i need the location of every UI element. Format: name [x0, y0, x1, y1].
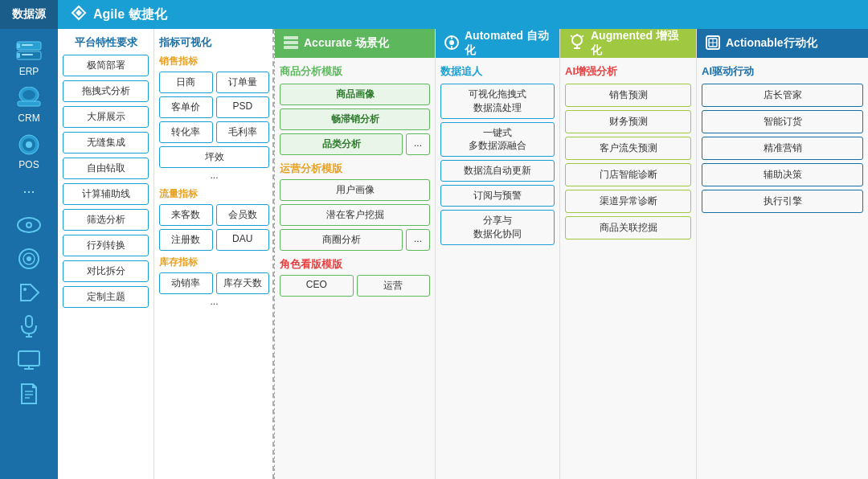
mic-icon [14, 313, 43, 339]
role-ops[interactable]: 运营 [357, 275, 431, 297]
svg-rect-8 [18, 101, 40, 106]
action-item-4[interactable]: 辅助决策 [702, 163, 863, 186]
feature-item-3[interactable]: 大屏展示 [63, 106, 149, 128]
aug-item-6[interactable]: 商品关联挖掘 [565, 216, 691, 240]
augmented-content: AI增强分析 销售预测 财务预测 客户流失预测 门店智能诊断 渠道异常诊断 商品… [560, 58, 696, 479]
erp-icon [14, 39, 43, 64]
feature-item-7[interactable]: 筛选分析 [63, 209, 149, 231]
aug-item-5[interactable]: 渠道异常诊断 [565, 190, 691, 213]
ops-item-potential[interactable]: 潜在客户挖掘 [280, 204, 430, 226]
sidebar-title: 数据源 [0, 0, 58, 29]
panel-augmented: Augmented 增强化 AI增强分析 销售预测 财务预测 客户流失预测 门店… [560, 29, 697, 479]
aug-item-2[interactable]: 财务预测 [565, 110, 691, 133]
sidebar-item-crm[interactable]: CRM [14, 85, 43, 124]
goods-item-sales[interactable]: 畅滞销分析 [280, 108, 430, 130]
ops-item-business[interactable]: 商圈分析 [280, 229, 403, 251]
sidebar-item-doc[interactable] [14, 381, 43, 407]
action-item-5[interactable]: 执行引擎 [702, 190, 863, 213]
metric-daily[interactable]: 日商 [159, 72, 213, 93]
metric-conversion[interactable]: 转化率 [159, 121, 213, 143]
role-items: CEO 运营 [280, 275, 430, 297]
svg-point-14 [27, 223, 31, 227]
sidebar-item-tag[interactable] [14, 280, 43, 305]
sidebar-items: ERP CRM [14, 29, 43, 479]
svg-point-18 [23, 288, 27, 291]
panel-platform-features: 平台特性要求 极简部署 拖拽式分析 大屏展示 无缝集成 自由钻取 计算辅助线 筛… [58, 29, 154, 479]
auto-item-2[interactable]: 一键式 多数据源融合 [440, 122, 555, 158]
actionable-title: Actionable行动化 [726, 36, 817, 51]
svg-rect-32 [284, 46, 298, 49]
ops-extra[interactable]: ... [406, 229, 430, 251]
svg-rect-22 [18, 351, 39, 366]
auto-item-1[interactable]: 可视化拖拽式 数据流处理 [440, 84, 555, 119]
automated-content: 数据追人 可视化拖拽式 数据流处理 一键式 多数据源融合 数据流自动更新 订阅与… [436, 58, 559, 479]
goods-analysis-title: 商品分析模版 [280, 64, 430, 79]
sidebar-item-erp[interactable]: ERP [14, 39, 43, 77]
auto-item-3[interactable]: 数据流自动更新 [440, 160, 555, 182]
goods-item-category[interactable]: 品类分析 [280, 133, 403, 155]
metric-gross[interactable]: 毛利率 [216, 121, 270, 143]
ops-row: 商圈分析 ... [280, 229, 430, 251]
actionable-icon [705, 35, 721, 53]
sidebar-item-more[interactable]: ··· [14, 178, 43, 204]
svg-rect-5 [22, 54, 33, 55]
aug-item-3[interactable]: 客户流失预测 [565, 137, 691, 160]
aug-item-1[interactable]: 销售预测 [565, 84, 691, 107]
svg-rect-31 [284, 41, 298, 44]
ai-action-title: AI驱动行动 [702, 64, 863, 79]
feature-item-5[interactable]: 自由钻取 [63, 158, 149, 179]
feature-item-2[interactable]: 拖拽式分析 [63, 80, 149, 102]
metric-pingxiao[interactable]: 坪效 [159, 146, 269, 168]
sidebar-item-pos[interactable]: POS [14, 132, 43, 170]
role-ceo[interactable]: CEO [280, 275, 354, 297]
actionable-header: Actionable行动化 [697, 29, 868, 58]
ops-item-user[interactable]: 用户画像 [280, 179, 430, 201]
feature-item-1[interactable]: 极简部署 [63, 55, 149, 76]
metric-turnover[interactable]: 动销率 [159, 272, 213, 294]
inv-dots: ... [159, 294, 269, 309]
agile-icon [71, 5, 87, 25]
svg-line-42 [582, 35, 583, 37]
panel-automated: Automated 自动化 数据追人 可视化拖拽式 数据流处理 一键式 多数据源… [436, 29, 560, 479]
svg-rect-30 [284, 36, 298, 39]
action-item-3[interactable]: 精准营销 [702, 137, 863, 160]
metric-inv-days[interactable]: 库存天数 [216, 272, 270, 294]
sidebar-item-monitor[interactable] [14, 347, 43, 373]
metric-psd[interactable]: PSD [216, 96, 270, 118]
metric-visitors[interactable]: 来客数 [159, 204, 213, 226]
metric-members[interactable]: 会员数 [216, 204, 270, 226]
sidebar-item-mic[interactable] [14, 313, 43, 339]
sales-title: 销售指标 [159, 55, 269, 68]
svg-rect-4 [17, 53, 20, 58]
aug-item-4[interactable]: 门店智能诊断 [565, 163, 691, 186]
goods-extra[interactable]: ... [406, 133, 430, 155]
feature-item-6[interactable]: 计算辅助线 [63, 183, 149, 205]
tag-icon [14, 280, 43, 305]
svg-rect-2 [22, 44, 33, 46]
sidebar-item-eye[interactable] [14, 212, 43, 238]
inventory-title: 库存指标 [159, 256, 269, 269]
metric-dau[interactable]: DAU [216, 229, 270, 251]
pos-icon [14, 132, 43, 158]
auto-item-5[interactable]: 分享与 数据化协同 [440, 210, 555, 245]
action-item-2[interactable]: 智能订货 [702, 110, 863, 133]
feature-item-4[interactable]: 无缝集成 [63, 132, 149, 154]
metric-unit-price[interactable]: 客单价 [159, 96, 213, 118]
agile-header: Agile 敏捷化 [58, 0, 868, 29]
feature-item-9[interactable]: 对比拆分 [63, 260, 149, 282]
more-icon: ··· [14, 178, 43, 204]
feature-item-10[interactable]: 定制主题 [63, 286, 149, 308]
crm-label: CRM [18, 113, 39, 124]
action-item-1[interactable]: 店长管家 [702, 84, 863, 107]
metric-orders[interactable]: 订单量 [216, 72, 270, 93]
sidebar-item-target[interactable] [14, 246, 43, 272]
goods-item-portrait[interactable]: 商品画像 [280, 84, 430, 105]
panel-metrics: 指标可视化 销售指标 日商 订单量 客单价 PSD 转化率 毛利率 坪效 ...… [154, 29, 275, 479]
auto-item-4[interactable]: 订阅与预警 [440, 185, 555, 207]
svg-rect-1 [17, 43, 20, 48]
svg-line-41 [571, 35, 572, 37]
feature-item-8[interactable]: 行列转换 [63, 235, 149, 256]
metric-registrations[interactable]: 注册数 [159, 229, 213, 251]
inventory-grid: 动销率 库存天数 [159, 272, 269, 294]
erp-label: ERP [19, 66, 39, 77]
